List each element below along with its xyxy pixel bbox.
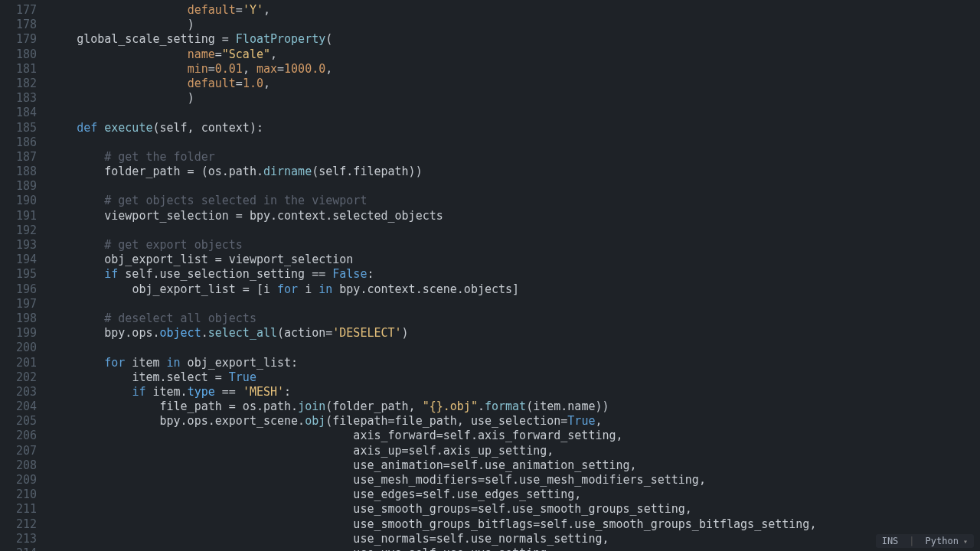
line-number: 202 bbox=[0, 370, 37, 385]
code-line[interactable]: global_scale_setting = FloatProperty( bbox=[49, 32, 980, 47]
code-line[interactable]: obj_export_list = [i for i in bpy.contex… bbox=[49, 282, 980, 297]
token-id: , bbox=[263, 77, 270, 90]
token-id: obj_export_list = [i bbox=[132, 282, 277, 296]
token-kw: def bbox=[77, 121, 97, 135]
token-id: use_smooth_groups_bitflags=self.use_smoo… bbox=[353, 517, 816, 531]
token-id: (self, context): bbox=[152, 121, 263, 135]
status-separator: | bbox=[909, 536, 914, 546]
token-id: obj_export_list: bbox=[181, 356, 299, 370]
code-line[interactable] bbox=[49, 223, 980, 238]
token-bool: False bbox=[332, 267, 367, 281]
code-line[interactable]: default='Y', bbox=[49, 3, 980, 18]
insert-mode-indicator: INS bbox=[882, 536, 899, 546]
code-line[interactable]: ) bbox=[49, 91, 980, 106]
token-str: 'DESELECT' bbox=[332, 326, 401, 340]
line-number: 200 bbox=[0, 341, 37, 355]
token-id: (filepath=file_path, use_selection= bbox=[325, 414, 567, 428]
token-id: ( bbox=[325, 32, 332, 46]
token-cmt: # get objects selected in the viewport bbox=[104, 194, 367, 207]
code-line[interactable] bbox=[49, 297, 980, 311]
code-line[interactable] bbox=[49, 179, 980, 194]
code-line[interactable]: use_smooth_groups_bitflags=self.use_smoo… bbox=[49, 517, 980, 532]
token-str: 'Y' bbox=[243, 3, 263, 17]
line-number: 178 bbox=[0, 18, 37, 32]
line-number: 197 bbox=[0, 297, 37, 311]
line-number: 199 bbox=[0, 326, 37, 341]
code-line[interactable]: # get objects selected in the viewport bbox=[49, 194, 980, 208]
code-line[interactable]: name="Scale", bbox=[49, 47, 980, 62]
line-number: 180 bbox=[0, 47, 37, 62]
code-area[interactable]: default='Y', ) global_scale_setting = Fl… bbox=[44, 0, 980, 551]
line-number: 192 bbox=[0, 223, 37, 238]
token-cmt: # get the folder bbox=[104, 150, 215, 164]
token-arg: default bbox=[188, 77, 236, 90]
token-id: (folder_path, bbox=[325, 399, 422, 413]
token-id: use_edges=self.use_edges_setting, bbox=[353, 487, 581, 501]
code-line[interactable]: # get export objects bbox=[49, 238, 980, 253]
code-line[interactable]: use_animation=self.use_animation_setting… bbox=[49, 458, 980, 473]
code-line[interactable]: def execute(self, context): bbox=[49, 121, 980, 135]
code-line[interactable] bbox=[49, 106, 980, 120]
token-bool: True bbox=[567, 414, 595, 428]
code-line[interactable]: for item in obj_export_list: bbox=[49, 356, 980, 370]
code-line[interactable]: ) bbox=[49, 18, 980, 32]
code-line[interactable]: use_mesh_modifiers=self.use_mesh_modifie… bbox=[49, 473, 980, 487]
token-id: = bbox=[236, 77, 243, 90]
token-id: = bbox=[277, 62, 284, 76]
token-id: item bbox=[125, 356, 166, 370]
token-id: . bbox=[478, 399, 485, 413]
code-line[interactable]: item.select = True bbox=[49, 370, 980, 385]
language-mode[interactable]: Python bbox=[926, 536, 968, 546]
token-id: use_uvs=self.use_uvs_setting, bbox=[353, 546, 554, 551]
code-line[interactable] bbox=[49, 135, 980, 150]
line-number: 187 bbox=[0, 150, 37, 165]
line-number: 194 bbox=[0, 253, 37, 267]
line-number: 193 bbox=[0, 238, 37, 253]
code-line[interactable]: # get the folder bbox=[49, 150, 980, 165]
token-id: , bbox=[595, 414, 602, 428]
line-number: 185 bbox=[0, 121, 37, 135]
code-line[interactable]: if item.type == 'MESH': bbox=[49, 385, 980, 399]
code-line[interactable]: use_smooth_groups=self.use_smooth_groups… bbox=[49, 502, 980, 517]
code-editor[interactable]: 1771781791801811821831841851861871881891… bbox=[0, 0, 980, 551]
line-number: 206 bbox=[0, 429, 37, 443]
token-arg: max bbox=[256, 62, 277, 76]
line-number: 214 bbox=[0, 546, 37, 551]
token-id: = bbox=[236, 3, 243, 17]
token-id: = bbox=[215, 47, 222, 61]
line-number: 195 bbox=[0, 267, 37, 282]
code-line[interactable]: min=0.01, max=1000.0, bbox=[49, 62, 980, 77]
code-line[interactable]: default=1.0, bbox=[49, 77, 980, 91]
line-number: 203 bbox=[0, 385, 37, 399]
token-arg: default bbox=[188, 3, 236, 17]
code-line[interactable]: viewport_selection = bpy.context.selecte… bbox=[49, 209, 980, 223]
code-line[interactable]: folder_path = (os.path.dirname(self.file… bbox=[49, 165, 980, 179]
code-line[interactable]: axis_up=self.axis_up_setting, bbox=[49, 444, 980, 458]
token-id: axis_forward=self.axis_forward_setting, bbox=[353, 429, 622, 442]
code-line[interactable]: axis_forward=self.axis_forward_setting, bbox=[49, 429, 980, 443]
token-id: ) bbox=[402, 326, 409, 340]
code-line[interactable]: use_edges=self.use_edges_setting, bbox=[49, 487, 980, 502]
code-line[interactable]: use_normals=self.use_normals_setting, bbox=[49, 532, 980, 546]
line-number: 213 bbox=[0, 532, 37, 546]
code-line[interactable]: obj_export_list = viewport_selection bbox=[49, 253, 980, 267]
token-str: 'MESH' bbox=[243, 385, 284, 399]
token-kw: for bbox=[277, 282, 298, 296]
line-number: 191 bbox=[0, 209, 37, 223]
token-id: self.use_selection_setting == bbox=[118, 267, 332, 281]
line-number: 181 bbox=[0, 62, 37, 77]
code-line[interactable]: bpy.ops.object.select_all(action='DESELE… bbox=[49, 326, 980, 341]
line-number: 190 bbox=[0, 194, 37, 208]
line-number: 179 bbox=[0, 32, 37, 47]
token-fn: format bbox=[485, 399, 526, 413]
code-line[interactable]: file_path = os.path.join(folder_path, "{… bbox=[49, 399, 980, 414]
token-num: 1000.0 bbox=[284, 62, 325, 76]
token-fn: dirname bbox=[263, 165, 312, 178]
code-line[interactable]: bpy.ops.export_scene.obj(filepath=file_p… bbox=[49, 414, 980, 429]
code-line[interactable]: use_uvs=self.use_uvs_setting, bbox=[49, 546, 980, 551]
code-line[interactable] bbox=[49, 341, 980, 355]
token-str: "Scale" bbox=[222, 47, 270, 61]
code-line[interactable]: if self.use_selection_setting == False: bbox=[49, 267, 980, 282]
token-id: global_scale_setting = bbox=[77, 32, 236, 46]
code-line[interactable]: # deselect all objects bbox=[49, 311, 980, 326]
